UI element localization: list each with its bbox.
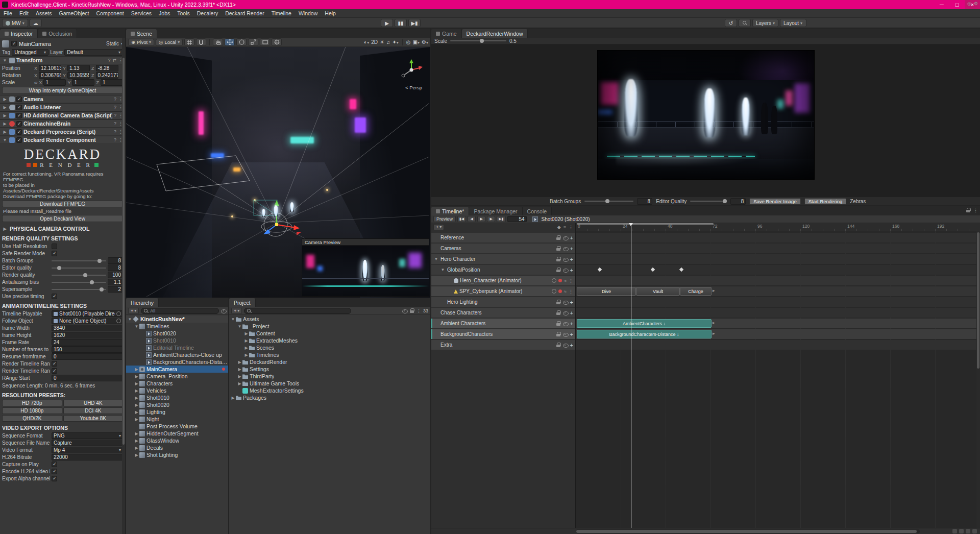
- transform-scale-x[interactable]: 1: [43, 79, 66, 86]
- hierarchy-item-shot0020[interactable]: Shot0020: [126, 330, 228, 337]
- timeline-track-backgroundcharacters[interactable]: BackgroundCharacters+: [431, 329, 575, 339]
- project-item-meshextractorsettings[interactable]: MeshExtractorSettings: [229, 387, 430, 394]
- foldout-icon[interactable]: ▼: [237, 324, 242, 329]
- foldout-icon[interactable]: ▶: [134, 396, 139, 400]
- timeline-lane-hero-lighting[interactable]: [576, 297, 980, 307]
- foldout-icon[interactable]: ▶: [2, 130, 8, 134]
- capture-icon[interactable]: ◎: [967, 1, 971, 6]
- transform-tool-button[interactable]: [272, 38, 282, 46]
- editor-quality-slider[interactable]: [690, 201, 727, 202]
- camera-settings-dropdown[interactable]: ▣▾: [413, 39, 420, 45]
- next-frame-button[interactable]: ▶: [487, 216, 495, 222]
- timeline-lane-hero-character-animator[interactable]: [576, 276, 980, 285]
- timeline-track-ambient-characters[interactable]: Ambient Characters+: [431, 319, 575, 328]
- tab-inspector[interactable]: Inspector: [0, 29, 38, 38]
- move-gizmo[interactable]: [258, 198, 301, 238]
- component-enabled-checkbox[interactable]: [16, 105, 22, 110]
- preset-hd-720p[interactable]: HD 720p: [2, 400, 62, 406]
- foldout-icon[interactable]: ▼: [2, 58, 8, 63]
- timeline-clip-area[interactable]: 024487296120144168192 DiveVaultCharge▸Am…: [576, 223, 980, 528]
- clip-vault[interactable]: Vault: [636, 287, 680, 296]
- foldout-icon[interactable]: ▶: [243, 338, 249, 343]
- menu-gameobject[interactable]: GameObject: [56, 9, 93, 17]
- object-picker-icon[interactable]: [116, 319, 121, 323]
- preset-uhd-4k[interactable]: UHD 4K: [63, 400, 124, 406]
- game-viewport[interactable]: [431, 44, 980, 197]
- hierarchy-item-characters[interactable]: ▶Characters: [126, 380, 228, 387]
- transform-scale-z[interactable]: 1: [101, 79, 123, 86]
- project-item-scenes[interactable]: ▶Scenes: [229, 344, 430, 351]
- active-checkbox[interactable]: [11, 41, 17, 46]
- timeline-settings-icon[interactable]: ⚙: [974, 1, 978, 6]
- project-menu-icon[interactable]: ⋮: [416, 308, 421, 313]
- project-item-content[interactable]: ▶Content: [229, 330, 430, 337]
- eye-icon[interactable]: [563, 257, 568, 262]
- tl-ruler[interactable]: 024487296120144168192: [576, 223, 980, 231]
- foldout-icon[interactable]: ▶: [134, 374, 139, 379]
- component-header-deckard-render-component[interactable]: ▼ Deckard Render Component ?⋮: [0, 136, 125, 144]
- snap-button[interactable]: [196, 38, 206, 46]
- lock-icon[interactable]: [556, 332, 561, 337]
- hierarchy-item-shot-lighting[interactable]: ▶Shot Lighting: [126, 451, 228, 458]
- foldout-icon[interactable]: ▶: [134, 410, 139, 415]
- hierarchy-item-hiddenoutersegment[interactable]: ▶HiddenOuterSegment: [126, 430, 228, 437]
- timeline-lane-hero-character[interactable]: [576, 254, 980, 264]
- clip-ambientcharacters[interactable]: AmbientCharacters ↓: [577, 319, 712, 328]
- timeline-lane-chase-characters[interactable]: [576, 308, 980, 318]
- hidden-objects-icon[interactable]: ◎: [406, 39, 411, 45]
- grid-visibility-button[interactable]: [184, 38, 194, 46]
- foldout-icon[interactable]: ▶: [237, 374, 242, 379]
- status-bar-icon[interactable]: [972, 529, 977, 533]
- open-deckard-view-button[interactable]: Open Deckard View: [2, 215, 123, 222]
- foldout-icon[interactable]: ▶: [230, 396, 236, 400]
- timeline-playable-object-field[interactable]: Shot0010 (Playable Director): [52, 310, 123, 317]
- menu-timeline[interactable]: Timeline: [268, 9, 295, 17]
- panel-menu-icon[interactable]: ⋮: [973, 208, 978, 213]
- foldout-icon[interactable]: ▶: [134, 453, 139, 457]
- timeline-lane-cameras[interactable]: [576, 244, 980, 253]
- lock-icon[interactable]: [556, 235, 561, 240]
- foldout-icon[interactable]: ▶: [2, 105, 8, 110]
- foldout-icon[interactable]: ▶: [2, 113, 8, 118]
- gizmos-dropdown[interactable]: ⚙▾: [422, 39, 428, 45]
- batch-groups-slider[interactable]: [52, 260, 106, 261]
- status-bar-icon[interactable]: [959, 529, 964, 533]
- timeline-track-chase-characters[interactable]: Chase Characters+: [431, 308, 575, 318]
- effects-dropdown[interactable]: ✦▾: [392, 39, 398, 45]
- object-picker-icon[interactable]: [116, 311, 121, 316]
- tab-game[interactable]: Game: [431, 29, 462, 38]
- project-item-ultimate-game-tools[interactable]: ▶Ultimate Game Tools: [229, 380, 430, 387]
- help-icon[interactable]: ?: [108, 58, 110, 63]
- encode-h-264-video-if-checkbox[interactable]: [52, 469, 57, 474]
- timeline-lane-backgroundcharacters[interactable]: BackgroundCharacters-Distance ↓▸: [576, 329, 980, 339]
- playhead[interactable]: [631, 223, 631, 528]
- preset-dci-4k[interactable]: DCI 4K: [63, 407, 124, 414]
- lock-icon[interactable]: [556, 257, 561, 262]
- foldout-icon[interactable]: ▶: [237, 360, 242, 365]
- inspector-scrollbar[interactable]: [122, 38, 125, 534]
- use-precise-timing-checkbox[interactable]: [52, 294, 57, 299]
- shading-mode-dropdown[interactable]: ◐▾: [364, 39, 369, 45]
- tag-dropdown[interactable]: Untagged▾: [12, 49, 48, 56]
- scale-tool-button[interactable]: [248, 38, 258, 46]
- add-clip-icon[interactable]: +: [570, 267, 573, 273]
- preset-qhd-2k[interactable]: QHD/2K: [2, 415, 62, 422]
- transform-position-x[interactable]: 12.10613: [39, 65, 61, 71]
- component-enabled-checkbox[interactable]: [16, 96, 22, 102]
- timeline-track-cameras[interactable]: Cameras+: [431, 244, 575, 253]
- frame-height-field[interactable]: 1620: [52, 332, 123, 338]
- eye-icon[interactable]: [563, 310, 568, 315]
- transform-position-z[interactable]: -8.28: [96, 65, 118, 71]
- menu-jobs[interactable]: Jobs: [155, 9, 174, 17]
- foldout-icon[interactable]: ▶: [243, 331, 249, 336]
- timeline-track-globalposition[interactable]: ▼GlobalPosition+: [431, 265, 575, 275]
- range-start-field[interactable]: 0: [52, 375, 123, 381]
- add-clip-icon[interactable]: +: [570, 235, 573, 241]
- menu-file[interactable]: File: [0, 9, 16, 17]
- presets-icon[interactable]: ⇄: [112, 58, 116, 63]
- current-frame-field[interactable]: 54: [507, 216, 527, 222]
- project-item-thirdparty[interactable]: ▶ThirdParty: [229, 373, 430, 380]
- transform-position-y[interactable]: 1.13: [67, 65, 90, 71]
- hierarchy-item-night[interactable]: ▶Night: [126, 416, 228, 423]
- foldout-icon[interactable]: ▶: [134, 367, 139, 372]
